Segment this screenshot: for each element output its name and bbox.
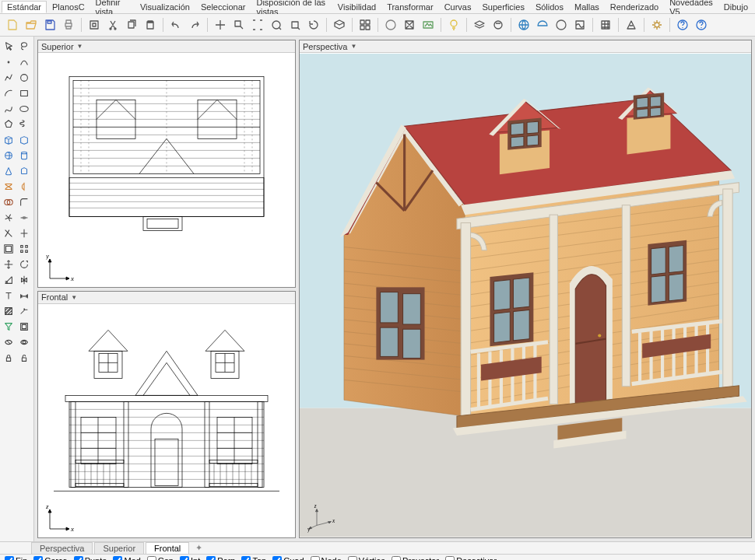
menu-tab-transformar[interactable]: Transformar <box>381 1 439 13</box>
fillet-srf-tool[interactable] <box>17 195 31 209</box>
render-preview-button[interactable] <box>420 17 436 33</box>
pointer-tool[interactable] <box>2 40 16 54</box>
dropdown-icon[interactable]: ▼ <box>71 294 77 301</box>
osnap-tan[interactable]: Tan <box>241 556 266 560</box>
array-tool[interactable] <box>17 242 31 256</box>
save-button[interactable] <box>42 17 58 33</box>
offset-tool[interactable] <box>2 242 16 256</box>
help-button[interactable] <box>694 17 709 33</box>
osnap-proyectar[interactable]: Proyectar <box>392 556 439 560</box>
viewport-perspective[interactable]: Perspectiva ▼ <box>299 40 752 538</box>
zoom-dynamic-button[interactable] <box>269 17 284 33</box>
osnap-punto-checkbox[interactable] <box>74 556 83 560</box>
texture-button[interactable] <box>598 17 613 33</box>
export-button[interactable] <box>86 17 102 33</box>
menu-tab-renderizado[interactable]: Renderizado <box>605 1 664 13</box>
lock-tool[interactable] <box>2 351 16 365</box>
cone-tool[interactable] <box>2 164 16 178</box>
ellipse-tool[interactable] <box>17 102 31 116</box>
osnap-proyectar-checkbox[interactable] <box>392 556 401 560</box>
rotate-button[interactable] <box>306 17 321 33</box>
trim-tool[interactable] <box>2 226 16 240</box>
osnap-perp[interactable]: Perp <box>206 556 235 560</box>
viewport-tab-superior[interactable]: Superior <box>94 542 144 554</box>
box-pts-tool[interactable] <box>17 133 31 147</box>
menu-tab-mallas[interactable]: Mallas <box>569 1 605 13</box>
named-view-button[interactable] <box>332 17 347 33</box>
zoom-selected-button[interactable] <box>287 17 303 33</box>
rotate-obj-tool[interactable] <box>17 257 31 271</box>
hatch-tool[interactable] <box>2 304 16 318</box>
viewport-tab-perspectiva[interactable]: Perspectiva <box>31 542 93 554</box>
osnap-button[interactable] <box>623 17 639 33</box>
hemisphere-button[interactable] <box>535 17 550 33</box>
print-button[interactable] <box>61 17 76 33</box>
mirror-tool[interactable] <box>17 273 31 287</box>
extrude-crv-tool[interactable] <box>17 164 31 178</box>
viewport-tab-frontal[interactable]: Frontal <box>146 542 189 554</box>
menu-tab-superficies[interactable]: Superficies <box>476 1 529 13</box>
osnap-cuad[interactable]: Cuad <box>272 556 304 560</box>
curve-interp-tool[interactable] <box>17 55 31 69</box>
osnap-nodo[interactable]: Nodo <box>311 556 342 560</box>
zoom-extents-button[interactable] <box>250 17 265 33</box>
fullsphere-button[interactable] <box>553 17 569 33</box>
osnap-desactivar[interactable]: Desactivar <box>445 556 497 560</box>
options-button[interactable] <box>649 17 665 33</box>
explode-tool[interactable] <box>2 211 16 225</box>
leader-tool[interactable] <box>17 304 31 318</box>
dropdown-icon[interactable]: ▼ <box>77 43 83 50</box>
4view-button[interactable] <box>357 17 373 33</box>
copy-button[interactable] <box>124 17 139 33</box>
scale-tool[interactable] <box>2 273 16 287</box>
why-button[interactable] <box>675 17 690 33</box>
wireframe-button[interactable] <box>402 17 417 33</box>
osnap-cen-checkbox[interactable] <box>147 556 156 560</box>
polygon-tool[interactable] <box>2 117 16 131</box>
sel-filter-tool[interactable] <box>2 320 16 334</box>
osnap-int[interactable]: Int <box>180 556 200 560</box>
boolean-tool[interactable] <box>2 195 16 209</box>
osnap-punto[interactable]: Punto <box>74 556 107 560</box>
osnap-fin-checkbox[interactable] <box>5 556 14 560</box>
loft-tool[interactable] <box>2 180 16 194</box>
move-tool[interactable] <box>2 257 16 271</box>
hide-tool[interactable] <box>2 335 16 349</box>
dropdown-icon[interactable]: ▼ <box>350 43 356 50</box>
osnap-fin[interactable]: Fin <box>5 556 27 560</box>
material-button[interactable] <box>490 17 506 33</box>
show-tool[interactable] <box>17 335 31 349</box>
layer-button[interactable] <box>472 17 487 33</box>
pan-button[interactable] <box>212 17 228 33</box>
viewport-top-header[interactable]: Superior ▼ <box>38 40 295 53</box>
menu-tab-curvas[interactable]: Curvas <box>439 1 477 13</box>
box-tool[interactable] <box>2 133 16 147</box>
menu-tab-sólidos[interactable]: Sólidos <box>530 1 569 13</box>
viewport-perspective-canvas[interactable]: x y z <box>300 53 751 537</box>
open-button[interactable] <box>23 17 39 33</box>
join-tool[interactable] <box>17 211 31 225</box>
sphere-tool[interactable] <box>2 149 16 163</box>
osnap-tan-checkbox[interactable] <box>241 556 251 560</box>
osnap-cerca-checkbox[interactable] <box>33 556 43 560</box>
add-viewport-tab[interactable]: ✦ <box>191 542 207 554</box>
osnap-med[interactable]: Med <box>113 556 140 560</box>
viewport-perspective-header[interactable]: Perspectiva ▼ <box>300 40 751 53</box>
lasso-tool[interactable] <box>17 40 31 54</box>
polyline-tool[interactable] <box>2 71 16 85</box>
env-button[interactable] <box>572 17 588 33</box>
menu-tab-estándar[interactable]: Estándar <box>2 1 47 13</box>
osnap-cen[interactable]: Cen <box>147 556 174 560</box>
world-button[interactable] <box>516 17 532 33</box>
sel-all-tool[interactable] <box>17 320 31 334</box>
text-tool[interactable] <box>2 289 16 303</box>
viewport-front-header[interactable]: Frontal ▼ <box>38 292 295 304</box>
osnap-nodo-checkbox[interactable] <box>311 556 320 560</box>
viewport-front-canvas[interactable]: x z <box>38 304 295 538</box>
osnap-perp-checkbox[interactable] <box>206 556 216 560</box>
dim-tool[interactable] <box>17 289 31 303</box>
split-tool[interactable] <box>17 226 31 240</box>
circle-tool[interactable] <box>17 71 31 85</box>
menu-tab-planosc[interactable]: PlanosC <box>47 1 90 13</box>
revolve-tool[interactable] <box>17 180 31 194</box>
